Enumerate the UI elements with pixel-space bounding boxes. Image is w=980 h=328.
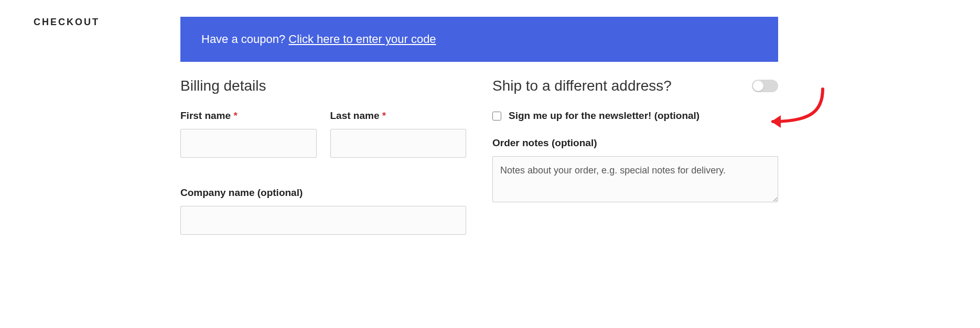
last-name-input[interactable] (330, 129, 467, 158)
toggle-knob (753, 81, 763, 91)
first-name-input[interactable] (180, 129, 317, 158)
order-notes-field: Order notes (optional) (492, 137, 778, 204)
page-title: CHECKOUT (34, 17, 138, 28)
billing-heading: Billing details (180, 78, 466, 94)
shipping-heading: Ship to a different address? (492, 78, 672, 94)
shipping-column: Ship to a different address? Sign me up … (492, 78, 778, 249)
last-name-label: Last name * (330, 110, 467, 122)
company-input[interactable] (180, 206, 466, 235)
order-notes-input[interactable] (492, 156, 778, 202)
required-mark: * (233, 110, 237, 121)
last-name-label-text: Last name (330, 110, 382, 121)
sidebar: CHECKOUT (34, 17, 138, 249)
main: Have a coupon? Click here to enter your … (180, 17, 778, 249)
newsletter-label: Sign me up for the newsletter! (optional… (509, 110, 699, 122)
order-notes-label: Order notes (optional) (492, 137, 778, 149)
first-name-label: First name * (180, 110, 317, 122)
coupon-link[interactable]: Click here to enter your code (288, 32, 436, 46)
last-name-field: Last name * (330, 110, 467, 158)
newsletter-checkbox[interactable] (492, 112, 501, 121)
newsletter-row: Sign me up for the newsletter! (optional… (492, 110, 778, 122)
first-name-label-text: First name (180, 110, 233, 121)
ship-different-toggle[interactable] (752, 80, 778, 92)
required-mark: * (382, 110, 386, 121)
coupon-prompt: Have a coupon? (201, 32, 288, 46)
billing-column: Billing details First name * Last name * (180, 78, 466, 249)
company-field: Company name (optional) (180, 187, 466, 235)
coupon-banner: Have a coupon? Click here to enter your … (180, 17, 778, 62)
first-name-field: First name * (180, 110, 317, 158)
company-label: Company name (optional) (180, 187, 466, 199)
